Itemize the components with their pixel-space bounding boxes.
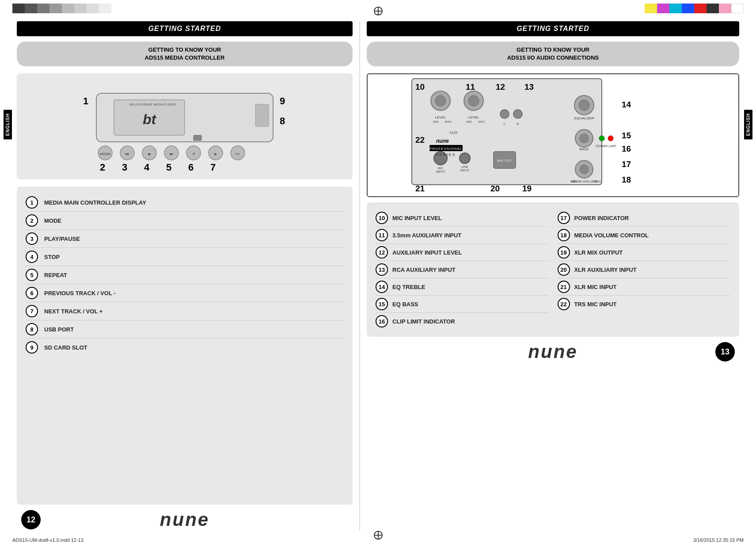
item-num-8: 8 [26, 323, 38, 335]
item-label-17: POWER INDICATOR [574, 215, 629, 221]
audio-diagram: LEVEL MIN MAX LEVEL MIN MAX AUX EQUALIZE… [367, 73, 739, 197]
svg-text:MAX: MAX [594, 180, 601, 183]
item-num-12: 12 [376, 246, 388, 259]
item-label-8: USB PORT [44, 326, 74, 333]
item-num-17: 17 [558, 212, 570, 224]
svg-text:3: 3 [122, 162, 127, 173]
right-items-left-col: 10 MIC INPUT LEVEL 11 3.5mm AUXILIARY IN… [376, 209, 549, 330]
svg-rect-10 [255, 104, 269, 126]
svg-text:18: 18 [622, 175, 631, 184]
svg-text:EQUALIZER: EQUALIZER [574, 116, 594, 120]
item-row-6: 6 PREVIOUS TRACK / VOL - [26, 284, 344, 302]
svg-text:L: L [504, 122, 506, 126]
item-label-12: AUXILIARY INPUT LEVEL [392, 249, 462, 256]
svg-text:MAX: MAX [478, 120, 485, 123]
svg-point-50 [500, 110, 509, 118]
item-row-10: 10 MIC INPUT LEVEL [376, 209, 549, 227]
svg-rect-11 [194, 135, 201, 141]
svg-text:POWER LIMIT: POWER LIMIT [596, 145, 617, 148]
item-num-4: 4 [26, 251, 38, 263]
item-label-14: EQ TREBLE [392, 284, 425, 290]
svg-text:21: 21 [415, 184, 425, 193]
item-row-3: 3 PLAY/PAUSE [26, 230, 344, 248]
svg-point-51 [513, 110, 522, 118]
item-num-13: 13 [376, 263, 388, 276]
svg-text:19: 19 [522, 184, 532, 193]
item-num-10: 10 [376, 212, 388, 224]
left-sub-header: GETTING TO KNOW YOUR ADS15 MEDIA CONTROL… [17, 42, 353, 66]
svg-text:8: 8 [280, 115, 285, 126]
svg-point-68 [460, 153, 470, 164]
svg-text:5: 5 [166, 162, 171, 173]
svg-text:MIC: MIC [438, 167, 444, 170]
svg-text:MULTI-FORMAT MEDIA PLAYER: MULTI-FORMAT MEDIA PLAYER [129, 103, 176, 106]
svg-text:MEDIA VOLUME: MEDIA VOLUME [571, 179, 598, 183]
item-row-16: 16 CLIP LIMIT INDICATOR [376, 313, 549, 330]
svg-text:22: 22 [415, 135, 425, 145]
audio-panel-svg: LEVEL MIN MAX LEVEL MIN MAX AUX EQUALIZE… [368, 74, 650, 197]
svg-point-61 [580, 165, 589, 174]
svg-point-48 [579, 100, 589, 110]
item-num-2: 2 [26, 214, 38, 227]
svg-text:■: ■ [148, 152, 151, 156]
svg-text:SERIES: SERIES [436, 152, 456, 157]
left-items-list: 1 MEDIA MAIN CONTROLLER DISPLAY 2 MODE 3… [17, 186, 353, 505]
svg-text:⏭: ⏭ [170, 152, 173, 156]
left-panel: ENGLISH GETTING STARTED GETTING TO KNOW … [12, 21, 357, 530]
svg-point-57 [599, 136, 604, 141]
center-reg-bottom [373, 530, 383, 542]
main-container: ENGLISH GETTING STARTED GETTING TO KNOW … [12, 21, 744, 530]
top-left-color-bars [12, 4, 111, 13]
left-bottom: 12 nune [17, 509, 353, 530]
svg-point-55 [580, 134, 589, 143]
device-diagram-left: bt MULTI-FORMAT MEDIA PLAYER MODE ⏮ ■ [17, 73, 353, 179]
item-num-18: 18 [558, 229, 570, 241]
item-label-21: XLR MIC INPUT [574, 284, 617, 290]
item-label-1: MEDIA MAIN CONTROLLER DISPLAY [44, 199, 146, 206]
nyne-logo-left: nune [160, 509, 209, 530]
item-num-1: 1 [26, 196, 38, 209]
item-label-13: RCA AUXILIARY INPUT [392, 266, 456, 273]
item-row-21: 21 XLR MIC INPUT [558, 278, 731, 296]
item-num-14: 14 [376, 281, 388, 293]
right-sub-header: GETTING TO KNOW YOUR ADS15 I/O AUDIO CON… [367, 42, 739, 66]
svg-text:MIN: MIN [433, 120, 439, 123]
svg-text:MODE: MODE [100, 152, 110, 156]
item-row-14: 14 EQ TREBLE [376, 278, 549, 296]
item-num-19: 19 [558, 246, 570, 259]
svg-text:MIX OUT: MIX OUT [497, 159, 512, 163]
svg-text:LEVEL: LEVEL [435, 115, 446, 119]
item-num-5: 5 [26, 269, 38, 281]
bottom-left-text: ADS15-UM-draft-v1.0.indd 12-13 [12, 537, 84, 543]
svg-point-58 [608, 136, 613, 141]
svg-text:2: 2 [100, 162, 105, 173]
svg-text:LINE: LINE [461, 165, 468, 168]
svg-text:MAX: MAX [445, 120, 452, 123]
item-num-15: 15 [376, 298, 388, 310]
item-row-18: 18 MEDIA VOLUME CONTROL [558, 227, 731, 244]
svg-text:↺: ↺ [192, 152, 195, 156]
item-row-8: 8 USB PORT [26, 320, 344, 339]
panel-divider [359, 21, 360, 530]
english-tab-right: ENGLISH [744, 110, 752, 139]
item-row-22: 22 TRS MIC INPUT [558, 296, 731, 312]
page-num-right: 13 [715, 342, 735, 362]
item-label-9: SD CARD SLOT [44, 344, 87, 351]
svg-text:bt: bt [143, 111, 157, 127]
controller-svg: bt MULTI-FORMAT MEDIA PLAYER MODE ⏮ ■ [70, 80, 300, 173]
item-label-6: PREVIOUS TRACK / VOL - [44, 290, 116, 297]
svg-text:12: 12 [496, 82, 505, 91]
svg-text:INPUT: INPUT [436, 170, 446, 173]
item-label-10: MIC INPUT LEVEL [392, 215, 442, 221]
svg-text:14: 14 [622, 100, 631, 109]
item-num-7: 7 [26, 305, 38, 317]
svg-point-37 [435, 95, 446, 106]
item-label-15: EQ BASS [392, 301, 418, 308]
item-row-11: 11 3.5mm AUXILIARY INPUT [376, 227, 549, 244]
svg-text:13: 13 [524, 82, 534, 91]
item-label-4: STOP [44, 254, 60, 260]
item-num-22: 22 [558, 298, 570, 310]
svg-text:17: 17 [622, 160, 631, 169]
svg-text:4: 4 [144, 162, 150, 173]
nyne-logo-right: nune [528, 341, 577, 362]
